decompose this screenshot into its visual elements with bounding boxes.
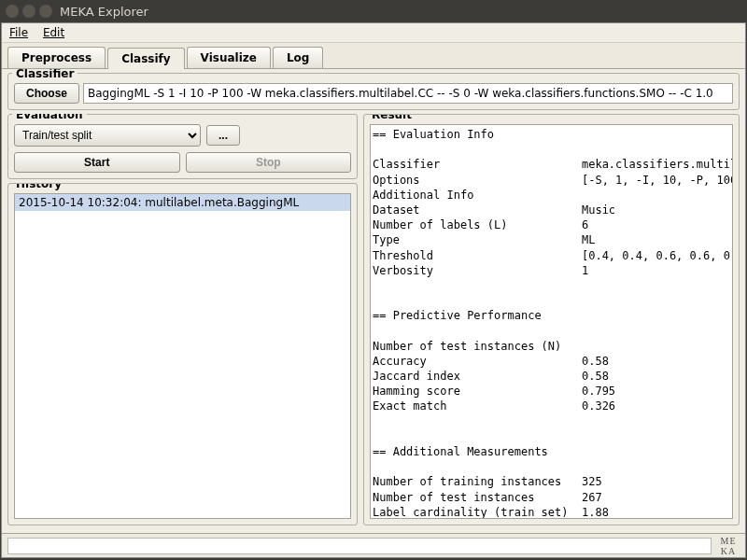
meka-logo-icon: ME KA: [717, 536, 740, 556]
result-panel: Result == Evaluation Info Classifier mek…: [363, 114, 740, 525]
status-text: [7, 538, 712, 554]
menubar: File Edit: [2, 23, 745, 43]
maximize-icon[interactable]: [39, 5, 52, 18]
window-title: MEKA Explorer: [60, 5, 148, 19]
tab-preprocess[interactable]: Preprocess: [7, 47, 106, 68]
close-icon[interactable]: [6, 5, 19, 18]
evaluation-options-button[interactable]: ...: [206, 125, 240, 146]
result-panel-title: Result: [368, 114, 731, 121]
classifier-string[interactable]: BaggingML -S 1 -I 10 -P 100 -W meka.clas…: [83, 83, 733, 104]
menu-edit[interactable]: Edit: [43, 26, 64, 39]
classifier-panel: Classifier Choose BaggingML -S 1 -I 10 -…: [7, 73, 740, 110]
evaluation-panel-title: Evaluation: [12, 114, 87, 121]
content-area: Classifier Choose BaggingML -S 1 -I 10 -…: [2, 68, 745, 533]
stop-button: Stop: [186, 152, 352, 173]
start-button[interactable]: Start: [14, 152, 180, 173]
statusbar: ME KA: [2, 533, 745, 557]
choose-classifier-button[interactable]: Choose: [14, 83, 79, 104]
result-text[interactable]: == Evaluation Info Classifier meka.class…: [370, 124, 733, 519]
history-panel: History 2015-10-14 10:32:04: multilabel.…: [7, 183, 358, 525]
window-frame: File Edit Preprocess Classify Visualize …: [1, 22, 746, 558]
titlebar: MEKA Explorer: [0, 0, 747, 22]
evaluation-panel: Evaluation Train/test split ... Start St…: [7, 114, 358, 179]
classifier-panel-title: Classifier: [12, 68, 78, 80]
evaluation-select[interactable]: Train/test split: [14, 124, 201, 147]
history-panel-title: History: [12, 183, 349, 190]
tab-visualize[interactable]: Visualize: [187, 47, 271, 68]
menu-file[interactable]: File: [9, 26, 28, 39]
tab-log[interactable]: Log: [273, 47, 323, 68]
minimize-icon[interactable]: [22, 5, 35, 18]
history-list[interactable]: 2015-10-14 10:32:04: multilabel.meta.Bag…: [14, 193, 351, 519]
tab-bar: Preprocess Classify Visualize Log: [2, 43, 745, 68]
tab-classify[interactable]: Classify: [107, 48, 184, 69]
history-item[interactable]: 2015-10-14 10:32:04: multilabel.meta.Bag…: [15, 194, 350, 211]
